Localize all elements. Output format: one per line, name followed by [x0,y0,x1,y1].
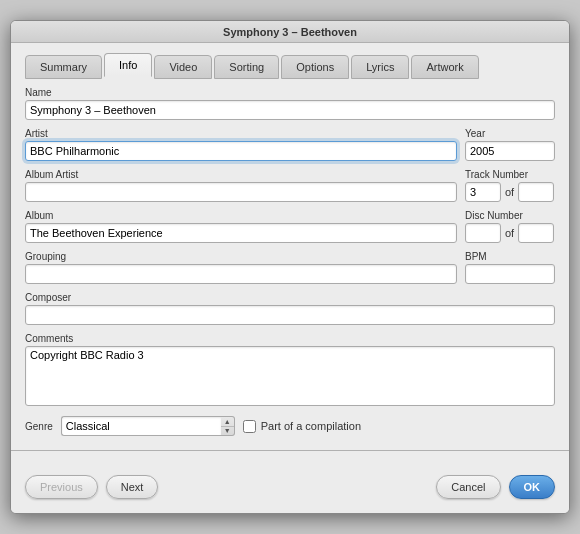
footer-right-buttons: Cancel OK [436,475,555,499]
album-artist-input[interactable] [25,182,457,202]
album-artist-track-row: Album Artist Track Number of [25,169,555,202]
bpm-group: BPM [465,251,555,284]
stepper-down-button[interactable]: ▼ [221,427,234,436]
artist-input[interactable] [25,141,457,161]
tab-bar: Summary Info Video Sorting Options Lyric… [25,53,555,77]
track-of-label: of [505,186,514,198]
album-label: Album [25,210,457,221]
grouping-label: Grouping [25,251,457,262]
genre-stepper[interactable]: ▲ ▼ [221,416,235,436]
titlebar: Symphony 3 – Beethoven [11,21,569,43]
name-input[interactable] [25,100,555,120]
tab-lyrics[interactable]: Lyrics [351,55,409,79]
year-group: Year [465,128,555,161]
tab-artwork[interactable]: Artwork [411,55,478,79]
album-group: Album [25,210,457,243]
compilation-group: Part of a compilation [243,420,361,433]
ok-button[interactable]: OK [509,475,556,499]
year-label: Year [465,128,555,139]
grouping-input[interactable] [25,264,457,284]
previous-button[interactable]: Previous [25,475,98,499]
genre-input-wrap: ▲ ▼ [61,416,235,436]
next-button[interactable]: Next [106,475,159,499]
composer-label: Composer [25,292,555,303]
compilation-label: Part of a compilation [261,420,361,432]
comments-group: Comments [25,333,555,408]
artist-year-row: Artist Year [25,128,555,161]
disc-number-label: Disc Number [465,210,555,221]
track-number-label: Track Number [465,169,555,180]
disc-of-label: of [505,227,514,239]
disc-number-inputs: of [465,223,555,243]
tab-options[interactable]: Options [281,55,349,79]
grouping-bpm-row: Grouping BPM [25,251,555,284]
grouping-group: Grouping [25,251,457,284]
disc-number-group-wrap: Disc Number of [465,210,555,243]
tab-sorting[interactable]: Sorting [214,55,279,79]
disc-number-input[interactable] [465,223,501,243]
track-number-inputs: of [465,182,555,202]
comments-input[interactable] [25,346,555,406]
album-artist-group: Album Artist [25,169,457,202]
name-group: Name [25,87,555,120]
track-total-input[interactable] [518,182,554,202]
tab-info[interactable]: Info [104,53,152,77]
main-window: Symphony 3 – Beethoven Summary Info Vide… [10,20,570,514]
track-number-group-wrap: Track Number of [465,169,555,202]
cancel-button[interactable]: Cancel [436,475,500,499]
bpm-label: BPM [465,251,555,262]
bpm-input[interactable] [465,264,555,284]
album-disc-row: Album Disc Number of [25,210,555,243]
comments-label: Comments [25,333,555,344]
window-title: Symphony 3 – Beethoven [223,26,357,38]
footer: Previous Next Cancel OK [25,465,555,499]
genre-input[interactable] [61,416,221,436]
year-input[interactable] [465,141,555,161]
artist-label: Artist [25,128,457,139]
name-label: Name [25,87,555,98]
composer-input[interactable] [25,305,555,325]
tab-summary[interactable]: Summary [25,55,102,79]
composer-group: Composer [25,292,555,325]
disc-total-input[interactable] [518,223,554,243]
genre-row: Genre ▲ ▼ Part of a compilation [25,416,555,436]
album-artist-label: Album Artist [25,169,457,180]
compilation-checkbox[interactable] [243,420,256,433]
track-number-input[interactable] [465,182,501,202]
window-body: Summary Info Video Sorting Options Lyric… [11,43,569,513]
genre-label: Genre [25,421,53,432]
footer-left-buttons: Previous Next [25,475,158,499]
album-input[interactable] [25,223,457,243]
artist-group: Artist [25,128,457,161]
tab-video[interactable]: Video [154,55,212,79]
stepper-up-button[interactable]: ▲ [221,417,234,427]
